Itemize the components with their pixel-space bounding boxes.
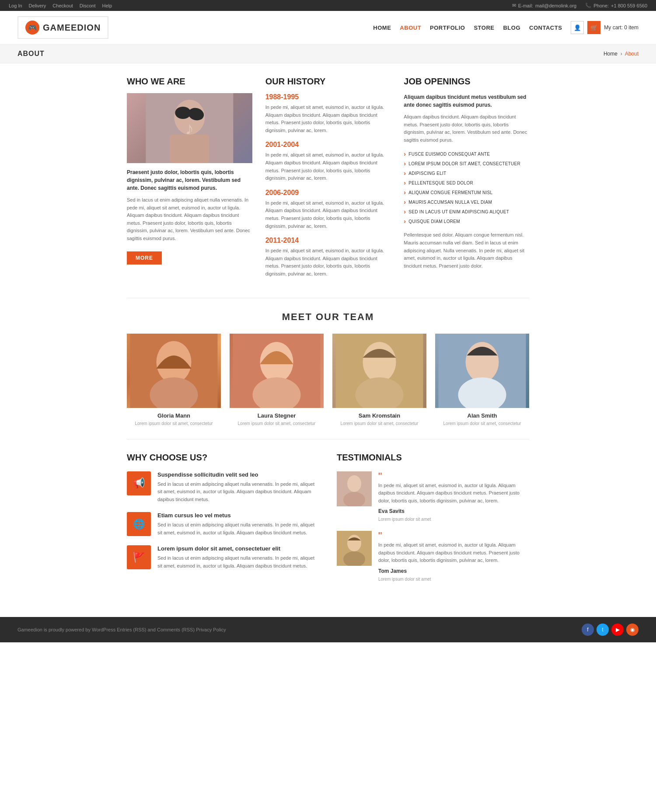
why-title-3: Lorem ipsum dolor sit amet, consectetuer… <box>157 545 319 552</box>
team-heading: MEET OUR TEAM <box>127 311 529 323</box>
nav-home[interactable]: HOME <box>373 24 391 31</box>
phone-icon: 📞 <box>585 3 591 8</box>
nav-about[interactable]: ABOUT <box>400 24 421 31</box>
why-text-2: Sed in lacus ut enim adipiscing aliquet … <box>157 521 319 537</box>
topbar-delivery[interactable]: Delivery <box>29 3 46 8</box>
team-photo-3 <box>332 334 426 408</box>
team-desc-4: Lorem ipsum dolor sit amet, consectetur <box>435 421 529 426</box>
our-history-section: OUR HISTORY 1988-1995 In pede mi, alique… <box>265 77 391 285</box>
nav-portfolio[interactable]: PORTFOLIO <box>430 24 465 31</box>
history-text-1: In pede mi, aliquet sit amet, euismod in… <box>265 104 391 134</box>
history-period-1: 1988-1995 In pede mi, aliquet sit amet, … <box>265 93 391 134</box>
job-list-item: FUSCE EUISMOD CONSEQUAT ANTE <box>404 149 529 159</box>
email-icon: ✉ <box>512 3 516 8</box>
team-grid: Gloria Mann Lorem ipsum dolor sit amet, … <box>127 334 529 426</box>
team-member-4: Alan Smith Lorem ipsum dolor sit amet, c… <box>435 334 529 426</box>
top-bar: Log In Delivery Checkout Discont Help ✉ … <box>0 0 656 11</box>
team-photo-2 <box>230 334 324 408</box>
who-we-are-body: Sed in lacus ut enim adipiscing aliquet … <box>127 196 252 243</box>
logo-icon: 🎮 <box>25 21 39 35</box>
job-openings-subtitle: Aliquam dapibus tincidunt metus vestibul… <box>404 93 529 109</box>
phone-info: 📞 Phone: +1 800 559 6560 <box>585 3 647 8</box>
team-name-1: Gloria Mann <box>127 412 221 419</box>
testimonial-role-2: Lorem ipsum dolor sit amet <box>378 577 431 582</box>
job-list-item: ADIPISCING ELIT <box>404 168 529 178</box>
testimonial-1: " In pede mi, aliquet sit amet, euismod … <box>337 471 529 523</box>
svg-point-18 <box>347 475 361 492</box>
testimonial-content-1: " In pede mi, aliquet sit amet, euismod … <box>378 471 529 523</box>
testimonial-role-1: Lorem ipsum dolor sit amet <box>378 517 431 522</box>
topbar-login[interactable]: Log In <box>9 3 22 8</box>
logo[interactable]: 🎮 GAMEEDION <box>17 16 108 39</box>
top-bar-contact: ✉ E-mail: mail@demolink.org 📞 Phone: +1 … <box>512 3 647 8</box>
testimonial-photo-2 <box>337 531 372 566</box>
nav-store[interactable]: STORE <box>474 24 494 31</box>
quote-mark-2: " <box>378 531 529 541</box>
why-title-2: Etiam cursus leo vel metus <box>157 512 319 519</box>
testimonial-content-2: " In pede mi, aliquet sit amet, euismod … <box>378 531 529 582</box>
topbar-discont[interactable]: Discont <box>80 3 96 8</box>
quote-mark-1: " <box>378 471 529 482</box>
history-period-4: 2011-2014 In pede mi, aliquet sit amet, … <box>265 237 391 278</box>
top-bar-links: Log In Delivery Checkout Discont Help <box>9 3 112 8</box>
cart-label: My cart: 0 item <box>604 24 639 31</box>
why-text-3: Sed in lacus ut enim adipiscing aliquet … <box>157 554 319 570</box>
email-label: E-mail: <box>518 3 533 8</box>
breadcrumb-home[interactable]: Home <box>604 51 618 57</box>
why-item-3: 🚩 Lorem ipsum dolor sit amet, consectetu… <box>127 545 319 570</box>
svg-point-12 <box>363 342 396 382</box>
social-rss[interactable]: ◉ <box>626 624 639 636</box>
history-years-2: 2001-2004 <box>265 141 391 149</box>
history-years-1: 1988-1995 <box>265 93 391 101</box>
logo-text: GAMEEDION <box>43 23 101 33</box>
job-list-item: ALIQUAM CONGUE FERMENTUM NISL <box>404 188 529 197</box>
our-history-heading: OUR HISTORY <box>265 77 391 87</box>
testimonials-heading: TESTIMONIALS <box>337 453 529 463</box>
nav-blog[interactable]: BLOG <box>503 24 520 31</box>
nav-icon-group: 👤 🛒 My cart: 0 item <box>571 21 639 34</box>
team-desc-3: Lorem ipsum dolor sit amet, consectetur <box>332 421 426 426</box>
social-facebook[interactable]: f <box>582 624 594 636</box>
testimonial-photo-1 <box>337 471 372 506</box>
job-list-item: SED IN LACUS UT ENIM ADIPISCING ALIQUET <box>404 207 529 216</box>
job-openings-section: JOB OPENINGS Aliquam dapibus tincidunt m… <box>404 77 529 285</box>
topbar-checkout[interactable]: Checkout <box>52 3 73 8</box>
job-openings-heading: JOB OPENINGS <box>404 77 529 87</box>
job-list-item: QUISQUE DIAM LOREM <box>404 216 529 226</box>
social-youtube[interactable]: ▶ <box>611 624 624 636</box>
nav-contacts[interactable]: CONTACTS <box>529 24 562 31</box>
job-list: FUSCE EUISMOD CONSEQUAT ANTE LOREM IPSUM… <box>404 149 529 226</box>
three-col-section: WHO WE ARE Praesent justo dolor, loborti… <box>127 77 529 285</box>
testimonial-text-2: In pede mi, aliquet sit amet, euismod in… <box>378 541 529 565</box>
phone-value: +1 800 559 6560 <box>611 3 647 8</box>
topbar-help[interactable]: Help <box>102 3 112 8</box>
more-button[interactable]: MORE <box>127 251 162 265</box>
team-desc-1: Lorem ipsum dolor sit amet, consectetur <box>127 421 221 426</box>
breadcrumb: Home › About <box>604 51 639 57</box>
breadcrumb-current: About <box>625 51 639 57</box>
team-member-1: Gloria Mann Lorem ipsum dolor sit amet, … <box>127 334 221 426</box>
email-value: mail@demolink.org <box>535 3 576 8</box>
footer: Gameedion is proudly powered by WordPres… <box>0 617 656 642</box>
job-list-item: LOREM IPSUM DOLOR SIT AMET, CONSECTETUER <box>404 159 529 168</box>
testimonial-text-1: In pede mi, aliquet sit amet, euismod in… <box>378 482 529 505</box>
why-title-1: Suspendisse sollicitudin velit sed leo <box>157 471 319 478</box>
social-twitter[interactable]: t <box>597 624 609 636</box>
why-icon-1: 📢 <box>127 471 151 495</box>
page-title: ABOUT <box>17 50 45 58</box>
main-content: WHO WE ARE Praesent justo dolor, loborti… <box>118 63 538 617</box>
testimonial-name-2: Tom James <box>378 568 529 574</box>
user-button[interactable]: 👤 <box>571 21 584 34</box>
team-member-3: Sam Kromstain Lorem ipsum dolor sit amet… <box>332 334 426 426</box>
history-text-4: In pede mi, aliquet sit amet, euismod in… <box>265 247 391 278</box>
job-list-item: MAURIS ACCUMSAN NULLA VEL DIAM <box>404 197 529 207</box>
team-section: MEET OUR TEAM Gloria Mann Lorem ipsum do… <box>127 298 529 439</box>
history-years-3: 2006-2009 <box>265 189 391 197</box>
job-openings-bottom: Pellentesque sed dolor. Aliquam congue f… <box>404 231 529 270</box>
team-photo-4 <box>435 334 529 408</box>
why-item-1: 📢 Suspendisse sollicitudin velit sed leo… <box>127 471 319 504</box>
who-we-are-section: WHO WE ARE Praesent justo dolor, loborti… <box>127 77 252 285</box>
cart-button[interactable]: 🛒 <box>587 21 600 34</box>
history-years-4: 2011-2014 <box>265 237 391 244</box>
why-content-1: Suspendisse sollicitudin velit sed leo S… <box>157 471 319 504</box>
